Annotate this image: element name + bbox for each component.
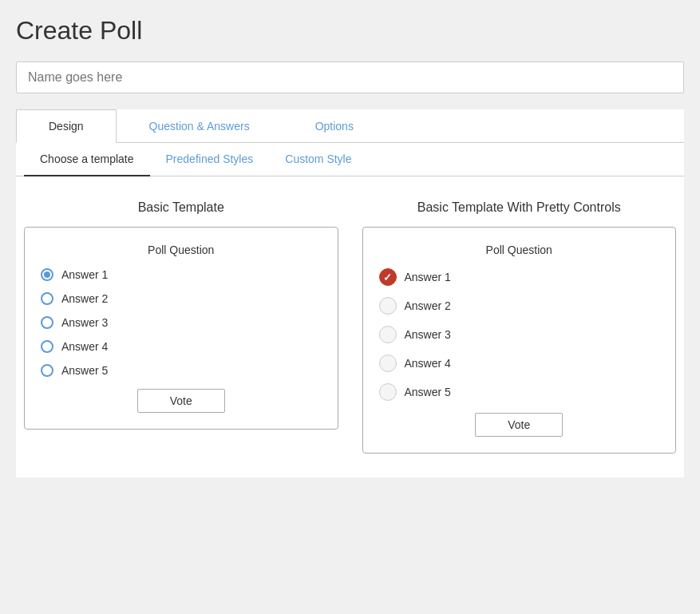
basic-poll-question: Poll Question [41,244,322,256]
tab-options[interactable]: Options [283,109,386,142]
main-tabs: Design Question & Answers Options [16,109,684,143]
radio-answer5-basic[interactable] [41,364,53,377]
answer4-label-basic: Answer 4 [61,340,108,353]
radio-answer2-pretty[interactable] [379,297,397,315]
list-item: Answer 1 [41,268,322,281]
answer1-label-basic: Answer 1 [61,268,108,281]
subtab-predefined-styles[interactable]: Predefined Styles [150,143,270,176]
radio-answer3-basic[interactable] [41,316,53,329]
page-title: Create Poll [16,16,684,46]
list-item: Answer 2 [379,297,660,315]
answer2-label-pretty: Answer 2 [405,299,451,312]
list-item: Answer 4 [379,355,660,372]
radio-answer3-pretty[interactable] [379,326,397,343]
subtab-choose-template[interactable]: Choose a template [24,143,150,176]
radio-answer2-basic[interactable] [41,292,53,305]
vote-button-pretty[interactable]: Vote [475,413,563,437]
answer5-label-pretty: Answer 5 [405,386,451,398]
vote-button-basic[interactable]: Vote [137,389,225,413]
answer3-label-pretty: Answer 3 [405,328,451,341]
pretty-template-card: Poll Question Answer 1 Answer 2 Answer 3… [362,227,677,454]
pretty-template-title: Basic Template With Pretty Controls [417,200,621,215]
basic-template-section: Basic Template Poll Question Answer 1 An… [24,200,338,454]
basic-template-card: Poll Question Answer 1 Answer 2 Answer 3… [24,227,338,430]
radio-answer5-pretty[interactable] [379,383,397,401]
list-item: Answer 5 [379,383,660,401]
list-item: Answer 2 [41,292,322,305]
list-item: Answer 1 [379,268,660,286]
basic-template-title: Basic Template [138,200,224,215]
radio-answer1-basic[interactable] [41,268,53,281]
tab-question-answers[interactable]: Question & Answers [117,109,283,142]
pretty-template-section: Basic Template With Pretty Controls Poll… [362,200,677,454]
radio-answer4-pretty[interactable] [379,355,397,372]
radio-answer4-basic[interactable] [41,340,53,353]
answer3-label-basic: Answer 3 [61,316,108,329]
answer5-label-basic: Answer 5 [61,364,108,377]
answer4-label-pretty: Answer 4 [405,357,451,370]
pretty-poll-question: Poll Question [379,244,660,256]
answer2-label-basic: Answer 2 [61,292,108,305]
poll-name-input[interactable] [16,61,684,93]
list-item: Answer 3 [379,326,660,343]
list-item: Answer 5 [41,364,322,377]
tab-design[interactable]: Design [16,109,117,143]
subtab-custom-style[interactable]: Custom Style [269,143,367,176]
templates-container: Basic Template Poll Question Answer 1 An… [16,200,684,477]
answer1-label-pretty: Answer 1 [405,271,451,283]
list-item: Answer 3 [41,316,322,329]
radio-answer1-pretty[interactable] [379,268,397,286]
list-item: Answer 4 [41,340,322,353]
sub-tabs: Choose a template Predefined Styles Cust… [16,143,684,176]
